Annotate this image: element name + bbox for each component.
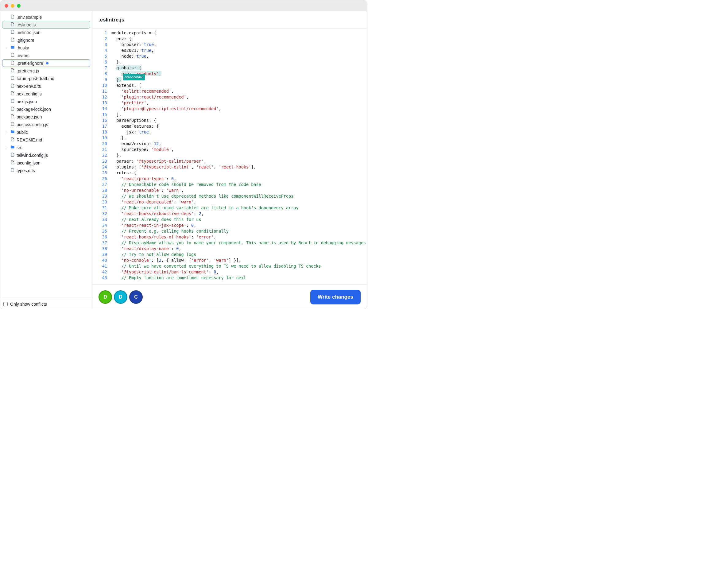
file-icon	[10, 122, 15, 127]
code-line[interactable]: module.exports = {	[110, 30, 367, 36]
line-number: 32	[92, 211, 107, 217]
code-line[interactable]: 'react/display-name': 0,	[110, 246, 367, 252]
code-line[interactable]: 'react/no-deprecated': 'warn',	[110, 199, 367, 205]
file-row--prettierignore[interactable]: .prettierignore	[2, 59, 90, 67]
folder-row--husky[interactable]: ›.husky	[2, 44, 90, 51]
code-line[interactable]: browser: true,	[110, 42, 367, 48]
code-line[interactable]: paq: 'readonly',dear-newt465	[110, 71, 367, 77]
collaborator-avatar[interactable]: D	[98, 290, 112, 304]
file-row--env-example[interactable]: .env.example	[2, 13, 90, 21]
file-row-postcss-config-js[interactable]: postcss.config.js	[2, 120, 90, 128]
code-line[interactable]: // Try to not allow debug logs	[110, 252, 367, 258]
code-line[interactable]: },	[110, 153, 367, 159]
file-row-next-env-d-ts[interactable]: next-env.d.ts	[2, 82, 90, 90]
code-line[interactable]: 'react/prop-types': 0,	[110, 176, 367, 182]
file-row--eslintrc-js[interactable]: .eslintrc.js	[2, 21, 90, 29]
chevron-right-icon[interactable]: ›	[6, 130, 9, 134]
code-line[interactable]: 'react/react-in-jsx-scope': 0,	[110, 223, 367, 228]
code-line[interactable]: // We shouldn't use deprecated methods l…	[110, 193, 367, 199]
file-row--eslintrc-json[interactable]: .eslintrc.json	[2, 29, 90, 36]
file-name-label: README.md	[17, 137, 42, 142]
file-icon	[10, 30, 15, 35]
editor-filename: .eslintrc.js	[92, 11, 367, 29]
file-row-package-json[interactable]: package.json	[2, 113, 90, 120]
line-number: 9	[92, 77, 107, 82]
file-row-forum-post-draft-md[interactable]: forum-post-draft.md	[2, 74, 90, 82]
chevron-right-icon[interactable]: ›	[6, 46, 9, 49]
file-row-tailwind-config-js[interactable]: tailwind.config.js	[2, 151, 90, 159]
only-conflicts-checkbox[interactable]	[3, 302, 8, 306]
code-line[interactable]: ecmaFeatures: {	[110, 123, 367, 129]
code-line[interactable]: 'plugin:react/recommended',	[110, 94, 367, 100]
line-number: 39	[92, 252, 107, 258]
collaborator-cursor-tag: dear-newt465	[123, 74, 145, 80]
code-line[interactable]: ],	[110, 112, 367, 117]
code-line[interactable]: env: {	[110, 36, 367, 42]
code-content[interactable]: module.exports = { env: { browser: true,…	[110, 29, 367, 284]
code-line[interactable]: sourceType: 'module',	[110, 147, 367, 153]
file-row-package-lock-json[interactable]: package-lock.json	[2, 105, 90, 113]
main-area: .env.example.eslintrc.js.eslintrc.json.g…	[0, 11, 367, 309]
code-line[interactable]: 'prettier',	[110, 100, 367, 106]
code-line[interactable]: parser: '@typescript-eslint/parser',	[110, 159, 367, 164]
file-row-next-config-js[interactable]: next.config.js	[2, 90, 90, 97]
file-row-readme-md[interactable]: README.md	[2, 136, 90, 143]
code-line[interactable]: es2021: true,	[110, 48, 367, 53]
line-number-gutter: 1234567891011121314151617181920212223242…	[92, 29, 110, 284]
code-line[interactable]: plugins: ['@typescript-eslint', 'react',…	[110, 164, 367, 170]
file-row-nextjs-json[interactable]: nextjs.json	[2, 97, 90, 105]
file-row--prettierrc-js[interactable]: .prettierrc.js	[2, 67, 90, 74]
code-line[interactable]: 'no-console': [2, { allow: ['error', 'wa…	[110, 258, 367, 263]
code-line[interactable]: extends: [	[110, 82, 367, 88]
line-number: 40	[92, 258, 107, 263]
minimize-window-button[interactable]	[11, 4, 14, 8]
code-line[interactable]: ecmaVersion: 12,	[110, 141, 367, 147]
code-line[interactable]: // Make sure all used variables are list…	[110, 205, 367, 211]
folder-row-src[interactable]: ›src	[2, 143, 90, 151]
code-line[interactable]: },	[110, 59, 367, 65]
code-line[interactable]: parserOptions: {	[110, 117, 367, 123]
write-changes-button[interactable]: Write changes	[310, 290, 361, 304]
close-window-button[interactable]	[5, 4, 8, 8]
code-line[interactable]: 'no-unreachable': 'warn',	[110, 188, 367, 193]
code-line[interactable]: // next already does this for us	[110, 217, 367, 223]
code-line[interactable]: 'eslint:recommended',	[110, 88, 367, 94]
code-line[interactable]: // Empty function are sometimes necessar…	[110, 275, 367, 281]
collaborator-avatar[interactable]: C	[129, 290, 143, 304]
code-line[interactable]: node: true,	[110, 53, 367, 59]
file-row-types-d-ts[interactable]: types.d.ts	[2, 167, 90, 174]
file-icon	[10, 60, 15, 66]
code-line[interactable]: 'plugin:@typescript-eslint/recommended',	[110, 106, 367, 112]
code-line[interactable]: // Prevent e.g. calling hooks conditiona…	[110, 228, 367, 234]
code-line[interactable]: '@typescript-eslint/ban-ts-comment': 0,	[110, 269, 367, 275]
file-name-label: package.json	[17, 114, 42, 119]
line-number: 21	[92, 147, 107, 153]
collaborator-avatar[interactable]: D	[114, 290, 128, 304]
line-number: 38	[92, 246, 107, 252]
file-name-label: types.d.ts	[17, 168, 35, 173]
code-line[interactable]: jsx: true,	[110, 129, 367, 135]
code-line[interactable]: rules: {	[110, 170, 367, 176]
file-row--gitignore[interactable]: .gitignore	[2, 36, 90, 44]
code-line[interactable]: },	[110, 135, 367, 141]
file-icon	[10, 168, 15, 173]
file-icon	[10, 83, 15, 89]
code-line[interactable]: globals: {	[110, 65, 367, 71]
file-row-tsconfig-json[interactable]: tsconfig.json	[2, 159, 90, 167]
line-number: 2	[92, 36, 107, 42]
folder-row-public[interactable]: ›public	[2, 128, 90, 136]
line-number: 16	[92, 117, 107, 123]
code-line[interactable]: // Until we have converted everything to…	[110, 263, 367, 269]
line-number: 3	[92, 42, 107, 48]
file-tree[interactable]: .env.example.eslintrc.js.eslintrc.json.g…	[0, 11, 92, 299]
code-line[interactable]: },	[110, 77, 367, 82]
code-editor[interactable]: 1234567891011121314151617181920212223242…	[92, 29, 367, 284]
chevron-right-icon[interactable]: ›	[6, 146, 9, 149]
code-line[interactable]: 'react-hooks/rules-of-hooks': 'error',	[110, 234, 367, 240]
code-line[interactable]: // Unreachable code should be removed fr…	[110, 182, 367, 188]
code-line[interactable]: // DisplayName allows you to name your c…	[110, 240, 367, 246]
file-name-label: .husky	[17, 45, 29, 50]
code-line[interactable]: 'react-hooks/exhaustive-deps': 2,	[110, 211, 367, 217]
file-row--nvmrc[interactable]: .nvmrc	[2, 51, 90, 59]
maximize-window-button[interactable]	[17, 4, 21, 8]
